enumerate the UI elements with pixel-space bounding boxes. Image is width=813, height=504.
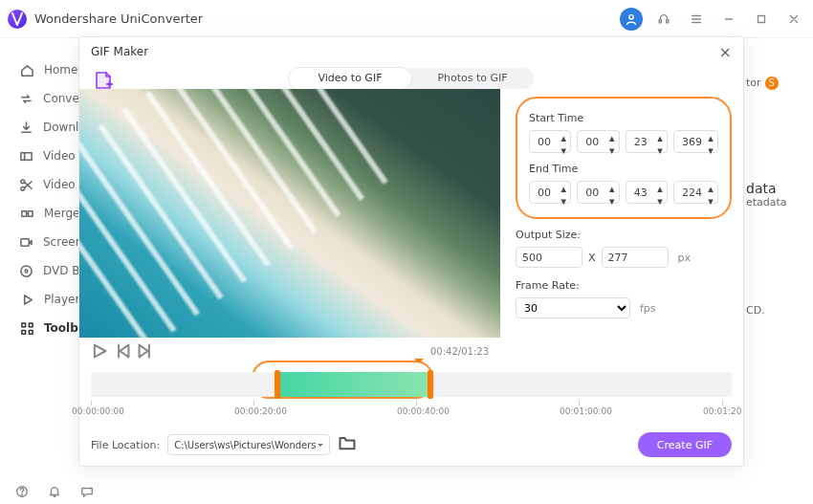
- next-frame-button[interactable]: [137, 342, 154, 360]
- playhead[interactable]: [419, 359, 424, 368]
- svg-rect-3: [758, 15, 765, 22]
- bell-icon[interactable]: [48, 484, 67, 502]
- badge-s: S: [765, 77, 779, 90]
- start-mm[interactable]: 00▴▾: [577, 130, 619, 153]
- grid-icon: [19, 320, 34, 336]
- start-hh[interactable]: 00▴▾: [529, 130, 571, 153]
- time-display: 00:42/01:23: [430, 346, 489, 357]
- maximize-button[interactable]: [750, 8, 773, 31]
- svg-point-0: [629, 14, 633, 18]
- close-button[interactable]: [782, 8, 805, 31]
- end-ss[interactable]: 43▴▾: [626, 181, 668, 204]
- feedback-icon[interactable]: [80, 484, 99, 502]
- start-time-label: Start Time: [529, 112, 718, 124]
- tab-video-to-gif[interactable]: Video to GIF: [289, 68, 411, 89]
- account-icon[interactable]: [620, 8, 643, 31]
- status-bar: [0, 481, 813, 504]
- support-icon[interactable]: [652, 8, 675, 31]
- menu-icon[interactable]: [685, 8, 708, 31]
- frame-rate-select[interactable]: 30: [516, 297, 630, 318]
- modal-footer: File Location: C:\Users\ws\Pictures\Wond…: [79, 424, 743, 466]
- scissors-icon: [19, 177, 33, 192]
- end-ms[interactable]: 224▴▾: [673, 181, 718, 204]
- convert-icon: [19, 91, 33, 106]
- video-preview[interactable]: [79, 89, 500, 338]
- background-peek: torS data etadata CD.: [746, 77, 803, 317]
- minimize-button[interactable]: [717, 8, 740, 31]
- svg-rect-13: [29, 322, 33, 326]
- svg-point-10: [21, 265, 32, 275]
- add-file-icon[interactable]: [93, 70, 114, 91]
- help-icon[interactable]: [15, 484, 34, 502]
- app-title: Wondershare UniConverter: [34, 11, 203, 26]
- svg-rect-4: [21, 152, 32, 160]
- end-hh[interactable]: 00▴▾: [529, 181, 571, 204]
- output-width[interactable]: 500: [516, 247, 582, 268]
- modal-title: GIF Maker: [91, 45, 148, 58]
- end-time-label: End Time: [529, 163, 718, 175]
- play-button[interactable]: [91, 342, 108, 360]
- open-folder-icon[interactable]: [338, 433, 357, 456]
- svg-rect-2: [667, 19, 669, 23]
- prev-frame-button[interactable]: [114, 342, 131, 360]
- svg-point-17: [22, 494, 23, 495]
- frame-rate-label: Frame Rate:: [516, 279, 732, 292]
- svg-rect-12: [21, 322, 25, 326]
- record-icon: [19, 234, 33, 250]
- gif-maker-modal: GIF Maker × Video to GIF Photos to GIF 0…: [78, 36, 744, 467]
- svg-rect-1: [659, 19, 661, 23]
- modal-header: GIF Maker ×: [79, 37, 743, 66]
- tab-photos-to-gif[interactable]: Photos to GIF: [411, 68, 534, 89]
- end-mm[interactable]: 00▴▾: [577, 181, 619, 204]
- create-gif-button[interactable]: Create GIF: [638, 432, 732, 457]
- svg-rect-9: [21, 238, 29, 246]
- start-ms[interactable]: 369▴▾: [673, 130, 718, 153]
- output-size-label: Output Size:: [516, 229, 732, 241]
- home-icon: [19, 62, 34, 77]
- mode-tabs: Video to GIF Photos to GIF: [289, 68, 534, 89]
- svg-point-11: [25, 270, 28, 273]
- range-start-handle[interactable]: [275, 370, 280, 399]
- start-ss[interactable]: 23▴▾: [626, 130, 668, 153]
- compress-icon: [19, 148, 33, 164]
- time-range-box: Start Time 00▴▾ 00▴▾ 23▴▾ 369▴▾ End Time…: [516, 97, 732, 219]
- close-icon[interactable]: ×: [719, 43, 732, 61]
- file-location-label: File Location:: [91, 439, 160, 451]
- selected-range[interactable]: [276, 372, 429, 397]
- range-end-handle[interactable]: [428, 370, 433, 399]
- app-logo: [8, 10, 27, 29]
- play-icon: [19, 292, 34, 307]
- svg-rect-15: [29, 330, 33, 334]
- output-height[interactable]: 277: [602, 247, 669, 268]
- merge-icon: [19, 206, 34, 221]
- svg-rect-14: [21, 330, 25, 334]
- file-location-select[interactable]: C:\Users\ws\Pictures\Wonders: [167, 434, 330, 455]
- timeline[interactable]: 00:00:00:00 00:00:20:00 00:00:40:00 00:0…: [79, 366, 743, 420]
- timeline-strip[interactable]: [91, 372, 732, 397]
- time-ruler: 00:00:00:00 00:00:20:00 00:00:40:00 00:0…: [91, 401, 732, 420]
- title-bar: Wondershare UniConverter: [0, 0, 813, 38]
- download-icon: [19, 120, 33, 135]
- disc-icon: [19, 263, 33, 278]
